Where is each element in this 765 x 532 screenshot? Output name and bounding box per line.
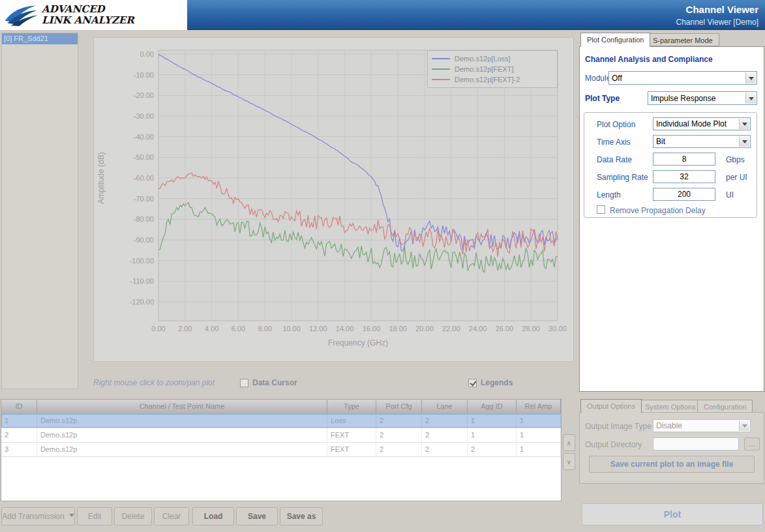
remove-propagation-delay-checkbox[interactable] (597, 205, 605, 214)
plot-button[interactable]: Plot (582, 503, 763, 525)
data-cursor-label: Data Cursor (252, 378, 297, 387)
table-row[interactable]: 1Demo.s12pLoss2211 (1, 414, 561, 428)
tab-s-parameter-mode[interactable]: S-parameter Mode (646, 33, 719, 46)
dropdown-arrow-icon (69, 514, 74, 520)
cell-port_cfg: 2 (376, 428, 422, 443)
cell-type: FEXT (327, 443, 376, 457)
cell-id: 3 (1, 443, 37, 457)
sampling-rate-unit: per UI (726, 173, 747, 182)
svg-text:0.00: 0.00 (151, 325, 165, 332)
svg-text:-90.00: -90.00 (134, 236, 154, 244)
svg-text:6.00: 6.00 (232, 325, 245, 332)
svg-text:-60.00: -60.00 (134, 174, 154, 182)
browse-button[interactable]: ... (744, 437, 760, 451)
module-label: Module (585, 74, 610, 83)
length-input[interactable] (653, 188, 715, 201)
table-header: IDChannel / Test Point NameTypePort CfgL… (1, 400, 561, 414)
data-rate-unit: Gbps (726, 155, 745, 164)
svg-text:24.00: 24.00 (469, 325, 487, 332)
output-image-type-select[interactable]: Disable (653, 419, 751, 432)
plot-panel: 0.002.004.006.008.0010.0012.0014.0016.00… (80, 33, 577, 389)
legend-label: Demo.s12p[Loss] (455, 55, 511, 63)
svg-text:16.00: 16.00 (363, 325, 381, 332)
cell-rel_amp: 1 (517, 443, 561, 457)
legends-checkbox[interactable] (468, 379, 477, 387)
legends-label: Legends (481, 378, 513, 387)
legend-item: Demo.s12p[FEXT] (432, 64, 553, 74)
svg-text:-80.00: -80.00 (134, 215, 154, 223)
table-body: 1Demo.s12pLoss22112Demo.s12pFEXT22113Dem… (1, 414, 561, 457)
chart-legend: Demo.s12p[Loss] Demo.s12p[FEXT] Demo.s12… (427, 50, 558, 88)
move-row-up-button[interactable]: ∧ (563, 434, 575, 451)
time-axis-select[interactable]: Bit (653, 135, 751, 148)
time-axis-select-value: Bit (656, 137, 665, 146)
legend-label: Demo.s12p[FEXT]-2 (455, 76, 520, 83)
move-row-down-button[interactable]: ∨ (563, 453, 575, 470)
output-directory-input[interactable] (653, 437, 739, 451)
column-header[interactable]: ID (1, 400, 37, 414)
svg-text:28.00: 28.00 (522, 325, 540, 332)
chevron-down-icon (745, 93, 756, 104)
legend-line-icon (432, 68, 450, 70)
cell-lane: 2 (422, 443, 468, 457)
data-cursor-checkbox[interactable] (240, 379, 248, 387)
clear-button[interactable]: Clear (154, 507, 189, 525)
cell-name: Demo.s12p (37, 443, 327, 457)
add-transmission-label: Add Transmission (2, 512, 64, 521)
plot-type-select[interactable]: Impulse Response (648, 91, 757, 105)
plot-option-select-value: Individual Mode Plot (656, 119, 727, 128)
column-header[interactable]: Rel Amp (517, 400, 561, 414)
data-rate-input[interactable] (653, 153, 715, 166)
cell-port_cfg: 2 (376, 443, 422, 457)
svg-text:-40.00: -40.00 (134, 133, 154, 141)
tab-system-options[interactable]: System Options (638, 400, 702, 413)
svg-text:2.00: 2.00 (178, 325, 192, 332)
load-button[interactable]: Load (192, 507, 234, 525)
plot-option-label: Plot Option (597, 120, 635, 129)
save-as-button[interactable]: Save as (280, 507, 323, 525)
svg-text:4.00: 4.00 (205, 325, 218, 332)
svg-text:-110.00: -110.00 (130, 277, 155, 285)
legend-item: Demo.s12p[Loss] (432, 53, 553, 64)
cell-name: Demo.s12p (37, 414, 327, 428)
column-header[interactable]: Lane (422, 400, 468, 414)
table-row[interactable]: 2Demo.s12pFEXT2211 (1, 428, 561, 443)
column-header[interactable]: Agg ID (468, 400, 517, 414)
svg-text:-50.00: -50.00 (134, 153, 154, 161)
delete-button[interactable]: Delete (114, 507, 152, 525)
tab-output-options[interactable]: Output Options (580, 399, 642, 413)
svg-text:10.00: 10.00 (282, 325, 301, 332)
chevron-down-icon (739, 136, 749, 147)
module-select[interactable]: Off (608, 71, 757, 85)
tab-configuration[interactable]: Configuration (697, 400, 753, 413)
column-header[interactable]: Type (327, 400, 376, 414)
logo-swoosh-icon (4, 2, 39, 28)
table-row[interactable]: 3Demo.s12pFEXT2221 (1, 443, 561, 457)
zoom-pan-hint: Right mouse click to zoom/pan plot (93, 378, 215, 387)
tab-plot-configuration[interactable]: Plot Configuration (580, 33, 650, 47)
sampling-rate-label: Sampling Rate (597, 173, 648, 182)
logo-line1: ADVANCED (42, 4, 134, 15)
svg-text:Amplitude (dB): Amplitude (dB) (97, 152, 106, 203)
cell-id: 1 (1, 414, 37, 428)
svg-text:-20.00: -20.00 (134, 91, 154, 99)
output-directory-label: Output Directory (585, 440, 642, 449)
svg-text:-100.00: -100.00 (130, 257, 154, 265)
cell-port_cfg: 2 (376, 414, 422, 428)
plot-option-select[interactable]: Individual Mode Plot (653, 117, 751, 130)
file-list-item[interactable]: [0] FR_Sdd21 (2, 33, 78, 44)
output-image-type-value: Disable (656, 421, 682, 430)
cell-rel_amp: 1 (517, 428, 561, 443)
chart-area[interactable]: 0.002.004.006.008.0010.0012.0014.0016.00… (93, 37, 574, 362)
plot-type-label: Plot Type (585, 94, 620, 103)
sampling-rate-input[interactable] (653, 170, 715, 183)
column-header[interactable]: Port Cfg (376, 400, 422, 414)
save-button[interactable]: Save (236, 507, 278, 525)
edit-button[interactable]: Edit (77, 507, 112, 525)
add-transmission-button[interactable]: Add Transmission (1, 507, 75, 525)
save-plot-image-button[interactable]: Save current plot to an image file (589, 456, 755, 473)
cell-name: Demo.s12p (37, 428, 327, 443)
channel-table: IDChannel / Test Point NameTypePort CfgL… (1, 399, 562, 501)
column-header[interactable]: Channel / Test Point Name (37, 400, 327, 414)
svg-text:-30.00: -30.00 (134, 112, 154, 120)
